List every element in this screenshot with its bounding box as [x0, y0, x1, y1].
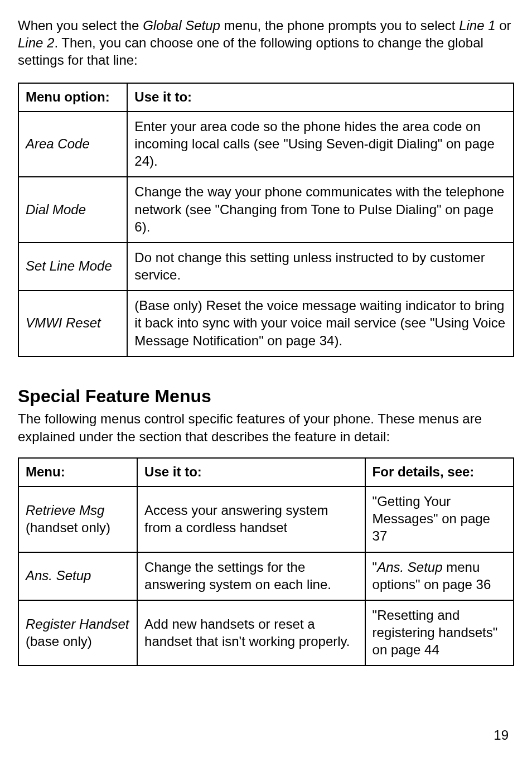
table-row: Register Handset (base only) Add new han…	[18, 600, 514, 666]
section-intro-paragraph: The following menus control specific fea…	[18, 410, 514, 445]
table-row: Area Code Enter your area code so the ph…	[18, 112, 514, 177]
menu-name-note: (handset only)	[26, 520, 110, 535]
table-header-cell: For details, see:	[365, 458, 514, 486]
table-row: Retrieve Msg (handset only) Access your …	[18, 486, 514, 552]
intro-text: menu, the phone prompts you to select	[220, 18, 459, 33]
menu-option-name: Dial Mode	[18, 177, 127, 243]
global-setup-options-table: Menu option: Use it to: Area Code Enter …	[18, 83, 514, 357]
detail-text: "	[373, 560, 378, 575]
menu-name: Ans. Setup	[26, 568, 91, 583]
table-header-cell: Menu option:	[18, 83, 127, 112]
table-row: VMWI Reset (Base only) Reset the voice m…	[18, 291, 514, 356]
special-feature-menus-table: Menu: Use it to: For details, see: Retri…	[18, 457, 514, 667]
intro-line2: Line 2	[18, 35, 54, 50]
table-row: Set Line Mode Do not change this setting…	[18, 243, 514, 291]
intro-global-setup: Global Setup	[143, 18, 220, 33]
intro-paragraph: When you select the Global Setup menu, t…	[18, 17, 514, 69]
menu-desc: Add new handsets or reset a handset that…	[137, 600, 365, 666]
menu-detail: "Ans. Setup menu options" on page 36	[365, 552, 514, 600]
document-page: When you select the Global Setup menu, t…	[0, 0, 532, 757]
menu-name-cell: Ans. Setup	[18, 552, 137, 600]
menu-option-desc: (Base only) Reset the voice message wait…	[127, 291, 514, 356]
menu-desc: Change the settings for the answering sy…	[137, 552, 365, 600]
menu-name-note: (base only)	[26, 634, 92, 649]
intro-text: When you select the	[18, 18, 143, 33]
menu-detail: "Getting Your Messages" on page 37	[365, 486, 514, 552]
detail-italic: Ans. Setup	[377, 560, 442, 575]
menu-option-name: Set Line Mode	[18, 243, 127, 291]
menu-option-desc: Do not change this setting unless instru…	[127, 243, 514, 291]
intro-line1: Line 1	[459, 18, 495, 33]
menu-option-desc: Enter your area code so the phone hides …	[127, 112, 514, 177]
menu-name-cell: Register Handset (base only)	[18, 600, 137, 666]
menu-desc: Access your answering system from a cord…	[137, 486, 365, 552]
menu-name: Register Handset	[26, 616, 129, 631]
page-number: 19	[494, 726, 509, 744]
menu-option-name: Area Code	[18, 112, 127, 177]
menu-option-desc: Change the way your phone communicates w…	[127, 177, 514, 243]
intro-text: or	[496, 18, 511, 33]
menu-name: Retrieve Msg	[26, 503, 104, 518]
table-header-row: Menu: Use it to: For details, see:	[18, 458, 514, 486]
table-header-cell: Use it to:	[137, 458, 365, 486]
intro-text: . Then, you can choose one of the follow…	[18, 35, 483, 67]
menu-name-cell: Retrieve Msg (handset only)	[18, 486, 137, 552]
table-row: Ans. Setup Change the settings for the a…	[18, 552, 514, 600]
menu-detail: "Resetting and registering handsets" on …	[365, 600, 514, 666]
table-header-cell: Menu:	[18, 458, 137, 486]
table-header-row: Menu option: Use it to:	[18, 83, 514, 112]
menu-option-name: VMWI Reset	[18, 291, 127, 356]
table-row: Dial Mode Change the way your phone comm…	[18, 177, 514, 243]
section-heading: Special Feature Menus	[18, 385, 514, 408]
table-header-cell: Use it to:	[127, 83, 514, 112]
